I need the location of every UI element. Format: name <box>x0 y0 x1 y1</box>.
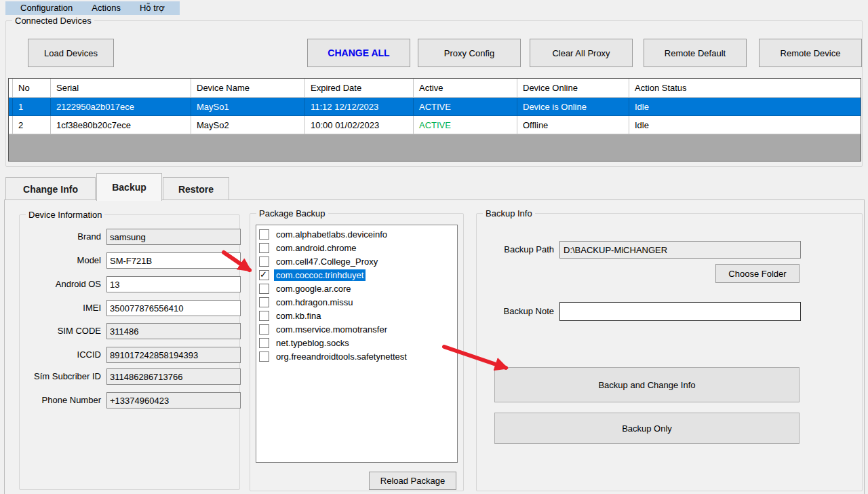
package-name: net.typeblog.socks <box>274 337 351 349</box>
menu-item-support[interactable]: Hỗ trợ <box>130 1 174 15</box>
cell-no: 2 <box>13 116 51 134</box>
package-name: com.coccoc.trinhduyet <box>274 269 366 281</box>
package-backup-title: Package Backup <box>256 208 328 218</box>
checkbox-unchecked-icon[interactable] <box>259 256 269 267</box>
proxy-config-button[interactable]: Proxy Config <box>418 39 521 67</box>
cell-device-name: MaySo2 <box>191 116 305 134</box>
package-name: com.android.chrome <box>274 242 359 254</box>
backup-info-group: Backup Info Backup Path Choose Folder Ba… <box>476 213 863 491</box>
cell-action-status: Idle <box>629 98 861 116</box>
list-item[interactable]: com.android.chrome <box>256 241 457 254</box>
checkbox-unchecked-icon[interactable] <box>259 229 269 240</box>
brand-label: Brand <box>20 229 101 245</box>
cell-serial: 1cf38e80b20c7ece <box>51 116 191 134</box>
remote-default-button[interactable]: Remote Default <box>644 39 747 67</box>
backup-only-button[interactable]: Backup Only <box>494 413 800 444</box>
cell-device-name: MaySo1 <box>191 98 305 116</box>
list-item[interactable]: net.typeblog.socks <box>256 336 457 349</box>
package-name: com.kb.fina <box>274 310 323 322</box>
model-label: Model <box>20 252 101 269</box>
field-row-sim-code: SIM CODE <box>20 323 239 339</box>
sim-subscriber-id-label: Sím Subcriber ID <box>20 368 101 385</box>
field-row-android-os: Android OS <box>20 276 239 292</box>
checkbox-unchecked-icon[interactable] <box>259 297 269 307</box>
tab-change-info[interactable]: Change Info <box>5 177 96 200</box>
backup-path-field[interactable] <box>559 241 801 259</box>
clear-all-proxy-button[interactable]: Clear All Proxy <box>530 39 633 67</box>
device-information-title: Device Information <box>26 210 104 220</box>
list-item[interactable]: org.freeandroidtools.safetynettest <box>256 349 457 363</box>
checkbox-unchecked-icon[interactable] <box>259 324 269 335</box>
sim-code-field[interactable] <box>106 323 241 339</box>
field-row-imei: IMEI <box>20 300 239 316</box>
menu-item-actions[interactable]: Actions <box>82 1 130 15</box>
load-devices-button[interactable]: Load Devices <box>28 39 114 67</box>
backup-info-title: Backup Info <box>483 208 535 218</box>
column-header-action-status[interactable]: Action Status <box>629 79 861 98</box>
cell-device-online: Device is Online <box>517 98 629 116</box>
checkbox-unchecked-icon[interactable] <box>259 338 269 348</box>
checkbox-unchecked-icon[interactable] <box>259 311 269 321</box>
cell-serial: 2122950a2b017ece <box>51 98 191 116</box>
table-row[interactable]: 2 1cf38e80b20c7ece MaySo2 10:00 01/02/20… <box>9 116 861 134</box>
list-item[interactable]: com.hdragon.missu <box>256 295 457 309</box>
brand-field[interactable] <box>106 229 241 245</box>
app-window: Configuration Actions Hỗ trợ Connected D… <box>0 0 868 494</box>
column-header-active[interactable]: Active <box>414 79 517 98</box>
imei-field[interactable] <box>106 300 241 316</box>
change-all-button[interactable]: CHANGE ALL <box>307 39 410 67</box>
list-item[interactable]: com.coccoc.trinhduyet <box>256 268 457 282</box>
field-row-brand: Brand <box>20 229 239 245</box>
model-field[interactable] <box>106 252 241 269</box>
sim-subscriber-id-field[interactable] <box>106 368 241 385</box>
remote-device-button[interactable]: Remote Device <box>759 39 862 67</box>
android-os-field[interactable] <box>106 276 241 292</box>
sim-code-label: SIM CODE <box>20 323 101 339</box>
package-name: com.alphabetlabs.deviceinfo <box>274 229 389 240</box>
list-item[interactable]: com.cell47.College_Proxy <box>256 254 457 268</box>
field-row-iccid: ICCID <box>20 347 239 363</box>
iccid-field[interactable] <box>106 347 241 363</box>
tab-backup[interactable]: Backup <box>96 173 162 201</box>
package-name: com.hdragon.missu <box>274 297 355 308</box>
list-item[interactable]: com.google.ar.core <box>256 282 457 295</box>
checkbox-unchecked-icon[interactable] <box>259 284 269 294</box>
field-row-model: Model <box>20 252 239 269</box>
phone-number-field[interactable] <box>106 392 241 408</box>
field-row-sim-subscriber-id: Sím Subcriber ID <box>20 368 239 385</box>
iccid-label: ICCID <box>20 347 101 363</box>
cell-no: 1 <box>13 98 51 116</box>
devices-table: No Serial Device Name Expired Date Activ… <box>8 78 861 162</box>
backup-and-change-info-button[interactable]: Backup and Change Info <box>494 367 800 402</box>
column-header-device-name[interactable]: Device Name <box>191 79 305 98</box>
list-item[interactable]: com.mservice.momotransfer <box>256 322 457 336</box>
cell-expired-date: 11:12 12/12/2023 <box>305 98 414 116</box>
imei-label: IMEI <box>20 300 101 316</box>
table-row[interactable]: 1 2122950a2b017ece MaySo1 11:12 12/12/20… <box>9 98 861 116</box>
column-header-serial[interactable]: Serial <box>51 79 191 98</box>
backup-note-field[interactable] <box>559 302 801 321</box>
package-name: com.cell47.College_Proxy <box>274 256 380 267</box>
cell-active: ACTIVE <box>414 98 517 116</box>
checkbox-unchecked-icon[interactable] <box>259 352 269 362</box>
list-item[interactable]: com.alphabetlabs.deviceinfo <box>256 227 457 241</box>
choose-folder-button[interactable]: Choose Folder <box>715 264 800 283</box>
cell-device-online: Offline <box>517 116 629 134</box>
package-name: com.google.ar.core <box>274 283 353 294</box>
backup-path-label: Backup Path <box>493 241 554 259</box>
column-header-device-online[interactable]: Device Online <box>517 79 629 98</box>
phone-number-label: Phone Number <box>20 392 101 408</box>
menu-bar: Configuration Actions Hỗ trợ <box>5 1 180 15</box>
column-header-no[interactable]: No <box>13 79 51 98</box>
checkbox-checked-icon[interactable] <box>259 270 269 280</box>
column-header-expired-date[interactable]: Expired Date <box>305 79 414 98</box>
tab-restore[interactable]: Restore <box>163 177 229 200</box>
field-row-phone-number: Phone Number <box>20 392 239 408</box>
cell-action-status: Idle <box>629 116 861 134</box>
backup-note-label: Backup Note <box>493 303 554 320</box>
package-name: org.freeandroidtools.safetynettest <box>274 351 409 362</box>
reload-package-button[interactable]: Reload Package <box>369 472 456 490</box>
list-item[interactable]: com.kb.fina <box>256 309 457 322</box>
menu-item-configuration[interactable]: Configuration <box>11 1 82 15</box>
checkbox-unchecked-icon[interactable] <box>259 243 269 253</box>
